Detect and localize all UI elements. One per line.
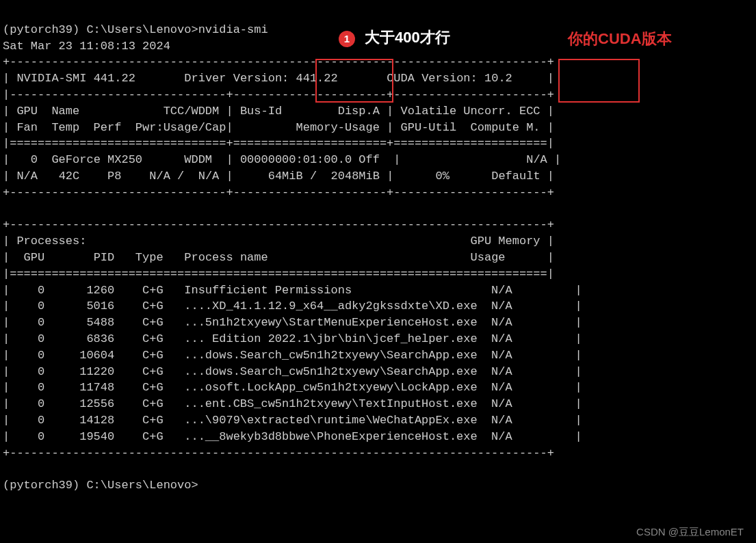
driver-label: Driver Version:	[184, 72, 289, 85]
smi-label: NVIDIA-SMI	[16, 72, 86, 85]
memory-usage: 64MiB / 2048MiB	[268, 170, 380, 183]
gpu-mode: WDDM	[184, 153, 212, 166]
proc-mem-header: GPU Memory	[471, 235, 540, 248]
prompt-line-2[interactable]: (pytorch39) C:\Users\Lenovo>	[3, 479, 198, 492]
prompt-line: (pytorch39) C:\Users\Lenovo>nvidia-smi	[3, 23, 268, 36]
fan: N/A	[16, 170, 38, 183]
annotation-1: 1大于400才行	[339, 27, 454, 48]
proc-pid-header: PID	[94, 251, 115, 264]
proc-type-header: Type	[135, 251, 164, 264]
pwr: N/A / N/A	[149, 170, 219, 183]
note-1-text: 大于400才行	[361, 29, 454, 46]
cuda-label: CUDA Version:	[387, 72, 478, 85]
driver-version: 441.22	[296, 72, 338, 85]
gpu-index: 0	[31, 153, 38, 166]
badge-1: 1	[339, 31, 355, 47]
annotation-2: 你的CUDA版本	[568, 29, 672, 49]
cuda-version: 10.2	[484, 72, 512, 85]
col-header-2: Bus-Id Disp.A	[240, 105, 380, 118]
gpu-name: GeForce MX250	[51, 153, 142, 166]
col-header-1: GPU Name TCC/WDDM	[10, 105, 219, 118]
processes-title: Processes:	[16, 235, 86, 248]
col-header-2b: Memory-Usage	[296, 121, 380, 134]
smi-version: 441.22	[94, 72, 135, 85]
timestamp: Sat Mar 23 11:08:13 2024	[3, 40, 170, 53]
proc-gpu-header: GPU	[24, 251, 45, 264]
bus-id: 00000000:01:00.0	[240, 153, 352, 166]
proc-name-header: Process name	[184, 251, 268, 264]
compute-m: Default	[491, 170, 540, 183]
col-header-1b: Fan Temp Perf Pwr:Usage/Cap	[10, 121, 226, 134]
disp-a: Off	[359, 153, 380, 166]
temp: 42C	[59, 170, 80, 183]
col-header-3: Volatile Uncorr. ECC	[401, 105, 540, 118]
gpu-util: 0%	[436, 170, 449, 183]
watermark: CSDN @豆豆LemonET	[636, 526, 744, 539]
ecc: N/A	[526, 153, 547, 166]
col-header-3b: GPU-Util Compute M.	[401, 121, 540, 134]
proc-usage-header: Usage	[471, 251, 506, 264]
perf: P8	[107, 170, 121, 183]
terminal-output: (pytorch39) C:\Users\Lenovo>nvidia-smi S…	[0, 0, 756, 499]
